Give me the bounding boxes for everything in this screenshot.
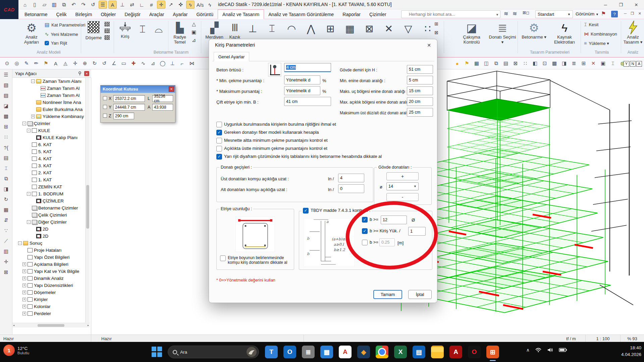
tree-item[interactable]: + Kirişler [12,296,85,303]
tbdy-checkbox[interactable]: TBDY madde 7.4.3.1 kontrolü : [302,208,372,214]
minimize-button[interactable]: ─ [598,0,613,9]
revert-icon[interactable]: ↺ [89,1,97,9]
draw-tool-icon[interactable]: ◫ [482,59,491,68]
ribbon-tab[interactable]: Birleşim [71,9,97,19]
scrollbar-thumb[interactable] [38,324,64,327]
draw-tool-icon[interactable]: ◬ [61,59,70,68]
tree-expander[interactable]: - [27,220,31,224]
query-icon[interactable]: ?{ [2,143,10,152]
tree-item[interactable]: ÇİZİMLER [12,197,85,204]
layers-alt-icon[interactable]: ≋ [513,10,517,17]
draw-tool-icon[interactable]: ⧉ [492,59,500,68]
toggle-y-button[interactable]: Y [624,61,629,67]
beton-ortusu-input[interactable]: 4 cm [284,63,331,72]
max-pursantaj-input[interactable]: Yönetmelik d [284,86,320,95]
tree-item[interactable]: Zaman Tanım Al [12,92,85,99]
status-unit[interactable]: tf / m [557,335,586,342]
draw-tool-icon[interactable]: ⊙ [3,59,11,68]
draw-tool-icon[interactable]: ▤ [501,59,510,68]
maximize-button[interactable]: ❐ [613,0,629,9]
tree-expander[interactable]: - [31,79,35,83]
draw-tool-icon[interactable]: ◧ [531,59,539,68]
taskbar-clock[interactable]: 18:40 4.04.2026 [621,345,641,358]
draw-tool-icon[interactable]: ▣ [599,59,607,68]
y-lock-checkbox[interactable] [103,105,107,109]
tray-chevron-icon[interactable]: ∧ [526,347,530,353]
remove-rebar-button[interactable]: - [386,193,419,201]
tree-expander[interactable]: + [22,312,26,315]
idecad-icon[interactable]: ⊞ [486,346,499,358]
leader-icon[interactable]: ↗ [167,1,175,9]
perpendicular-icon[interactable]: ⊥ [118,1,126,9]
cancel-button[interactable]: İptal [408,290,432,299]
swap-icon[interactable]: ⇵ [2,216,10,224]
tree-item[interactable]: + Kolonlar [12,303,85,310]
draw-tool-icon[interactable]: ◎ [12,59,21,68]
run-icon[interactable]: ϟ [206,1,214,9]
frame-del-icon[interactable]: ⊠ [433,29,440,36]
tree-item[interactable]: 3. KAT [12,162,85,169]
draw-tool-icon[interactable]: ↻ [90,59,99,68]
tree-expander[interactable]: + [22,269,26,273]
coordinate-box-close-button[interactable]: ✕ [169,86,174,92]
tree-item[interactable]: 2D [12,226,85,233]
tree-item[interactable]: + Perdeler [12,310,85,317]
draw-tool-icon[interactable]: ∿ [139,59,148,68]
chrome-icon[interactable] [376,346,388,358]
taskbar-search[interactable]: Ara [168,346,259,358]
view-menu[interactable]: Görünüm ▼ [576,11,599,16]
kesit-button[interactable]: ⌶ Kesit [584,22,598,27]
tree-expander[interactable]: + [22,305,26,308]
paste-icon[interactable]: ◨ [2,185,10,193]
tree-expander[interactable]: - [18,241,22,245]
save-all-icon[interactable]: ⧉ [60,1,68,9]
wifi-icon[interactable] [535,347,542,353]
yari-rijit-checkbox[interactable]: Yarı Rijit [45,41,67,46]
x-lock-checkbox[interactable] [103,96,107,100]
pad-icon[interactable]: ▣ [190,28,198,36]
yukleme-button[interactable]: ≡ Yükleme ▾ [584,41,609,46]
draw-tool-icon[interactable]: ∠ [110,59,118,68]
cift-etriye-input[interactable]: 41 cm [284,97,331,106]
draw-tool-icon[interactable]: ⊿ [149,59,157,68]
ribbon-tab[interactable]: Analiz ve Tasarım [218,9,264,19]
beam-sec-icon[interactable]: ▥ [2,247,10,255]
tree-item[interactable]: + Açıklama Bilgileri [12,261,85,268]
calendar-icon[interactable]: ▦ [320,346,333,358]
tree-close-button[interactable]: ✕ [84,71,89,76]
length-input[interactable]: 35236 cm [152,95,173,102]
tie-icon[interactable]: ⊿ [190,37,198,44]
tree-item[interactable]: 5. KAT [12,148,85,155]
tbdy-b-meter-checkbox[interactable]: b >= [362,240,378,245]
tree-expander[interactable]: + [22,277,26,280]
printer-icon[interactable]: ≣ [302,346,315,358]
layers-icon[interactable]: ≋ [504,10,508,17]
etriye-checkbox[interactable]: Etriye boyunun belirlenmesinde komşu kir… [220,255,291,265]
option-checkbox[interactable]: Mesnette altta minimum çekme pursantajın… [216,138,382,143]
tree-item[interactable]: 1. KAT [12,176,85,183]
tree-item[interactable]: + Yapı Kat ve Yük Bilgile [12,268,85,275]
tree-item[interactable]: Nonlineer İtme Ana [12,99,85,106]
save-icon[interactable]: ▥ [50,1,58,9]
tbdy-b-height-input[interactable]: 1 [408,227,426,236]
tree-horizontal-scrollbar[interactable]: ◂▸ [12,323,90,327]
ribbon-tab[interactable]: Araçlar [145,9,168,19]
draw-tool-icon[interactable]: ↺ [100,59,109,68]
snap-icon[interactable]: ✛ [157,1,165,9]
analiz-tasarim-button[interactable]: Analiz Tasarım ▾ [623,20,643,45]
field-bolt-icon[interactable]: ϟ [186,1,195,9]
layer-a-icon[interactable]: ▧ [2,81,10,89]
tree-item[interactable]: - Sonuç [12,240,85,247]
draw-tool-icon[interactable]: ⚑ [42,59,50,68]
open-folder-icon[interactable]: ▱ [40,1,49,9]
tree-item[interactable]: Proje Hataları [12,247,85,254]
maks-uc-input[interactable]: 15 cm [407,86,433,95]
tree-item[interactable]: + Döşemeler [12,289,85,296]
alt-donati-input[interactable]: 0 [338,184,364,193]
opera-icon[interactable]: O [468,346,481,358]
tree-item[interactable]: KULE Kalıp Planı [12,134,85,141]
draw-tool-icon[interactable]: A [51,59,60,68]
search-dropdown-icon[interactable]: ▼ [496,13,499,16]
corner-icon[interactable]: ∟ [138,1,146,9]
radye-temel-button[interactable]: ▙ Radye Temel [170,21,190,45]
